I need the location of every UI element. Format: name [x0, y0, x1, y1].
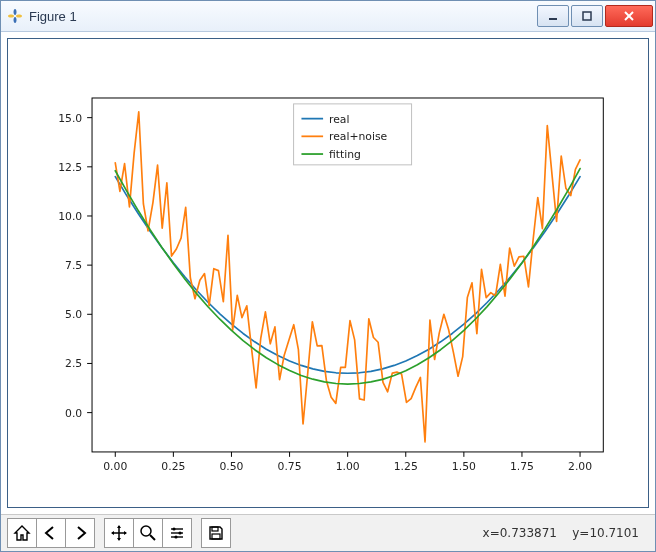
forward-button[interactable] — [65, 518, 95, 548]
plot-area[interactable]: 0.000.250.500.751.001.251.501.752.000.02… — [7, 38, 649, 508]
matplotlib-toolbar: x=0.733871 y=10.7101 — [1, 514, 655, 551]
minimize-button[interactable] — [537, 5, 569, 27]
home-button[interactable] — [7, 518, 37, 548]
svg-text:1.75: 1.75 — [510, 460, 534, 473]
maximize-button[interactable] — [571, 5, 603, 27]
svg-text:0.25: 0.25 — [161, 460, 185, 473]
legend-item: real — [329, 113, 349, 126]
svg-point-49 — [174, 535, 177, 538]
svg-rect-50 — [212, 527, 218, 531]
svg-text:10.0: 10.0 — [58, 210, 82, 223]
svg-text:0.0: 0.0 — [65, 407, 82, 420]
titlebar[interactable]: Figure 1 — [1, 1, 655, 32]
svg-point-42 — [141, 526, 151, 536]
svg-text:12.5: 12.5 — [58, 161, 82, 174]
zoom-button[interactable] — [133, 518, 163, 548]
svg-text:2.5: 2.5 — [65, 357, 82, 370]
back-button[interactable] — [36, 518, 66, 548]
svg-point-47 — [172, 527, 175, 530]
plot-canvas[interactable]: 0.000.250.500.751.001.251.501.752.000.02… — [8, 39, 648, 507]
svg-point-48 — [178, 531, 181, 534]
figure-window: Figure 1 0.000.250.500.751.001.251.501.7… — [0, 0, 656, 552]
svg-line-43 — [150, 535, 155, 540]
save-button[interactable] — [201, 518, 231, 548]
svg-text:1.25: 1.25 — [394, 460, 418, 473]
app-icon — [7, 8, 23, 24]
svg-text:2.00: 2.00 — [568, 460, 592, 473]
svg-text:1.50: 1.50 — [452, 460, 476, 473]
svg-text:0.50: 0.50 — [219, 460, 243, 473]
close-button[interactable] — [605, 5, 653, 27]
svg-text:7.5: 7.5 — [65, 259, 82, 272]
svg-text:0.75: 0.75 — [278, 460, 302, 473]
svg-text:15.0: 15.0 — [58, 112, 82, 125]
cursor-coordinates: x=0.733871 y=10.7101 — [483, 526, 639, 540]
svg-text:0.00: 0.00 — [103, 460, 127, 473]
figure-client-area: 0.000.250.500.751.001.251.501.752.000.02… — [1, 32, 655, 514]
legend-item: fitting — [329, 148, 361, 161]
legend-item: real+noise — [329, 130, 388, 143]
configure-subplots-button[interactable] — [162, 518, 192, 548]
window-title: Figure 1 — [29, 9, 535, 24]
svg-text:1.00: 1.00 — [336, 460, 360, 473]
svg-text:5.0: 5.0 — [65, 308, 82, 321]
svg-rect-51 — [212, 534, 220, 539]
pan-button[interactable] — [104, 518, 134, 548]
svg-rect-1 — [583, 12, 591, 20]
